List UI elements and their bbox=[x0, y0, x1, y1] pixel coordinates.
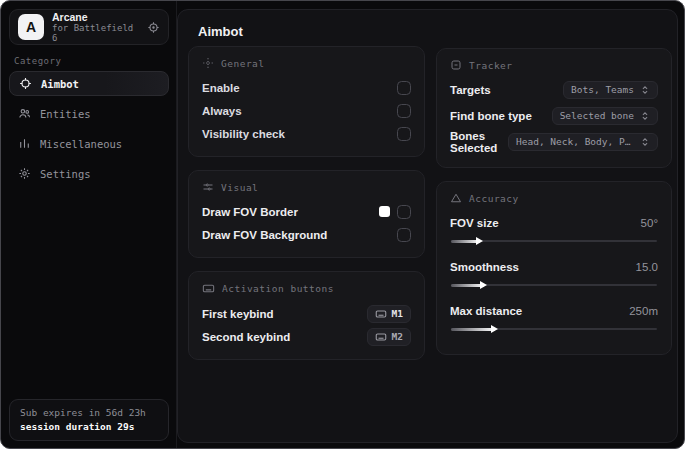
setting-row: Draw FOV Border bbox=[202, 200, 411, 223]
smoothness-value: 15.0 bbox=[636, 261, 658, 273]
visual-card: Visual Draw FOV Border Draw FOV Backgrou… bbox=[188, 170, 425, 258]
always-checkbox[interactable] bbox=[397, 104, 411, 118]
setting-label: Find bone type bbox=[450, 110, 532, 122]
slider-fill bbox=[451, 284, 484, 287]
main-panel: Aimbot General Enable Always bbox=[177, 9, 678, 443]
keybind-value: M2 bbox=[392, 331, 403, 342]
sidebar-item-entities[interactable]: Entities bbox=[9, 101, 169, 126]
sidebar-item-label: Entities bbox=[40, 108, 91, 120]
app-title: Arcane bbox=[52, 11, 139, 23]
app-window: A Arcane for Battlefield 6 Category Aimb… bbox=[0, 0, 685, 449]
sub-expiry-text: Sub expires in 56d 23h bbox=[20, 407, 158, 418]
dropdown-value: Bots, Teams bbox=[571, 84, 634, 95]
session-duration-text: session duration 29s bbox=[20, 421, 158, 432]
columns-icon bbox=[18, 137, 31, 150]
setting-row: Always bbox=[202, 99, 411, 122]
setting-row: Visibility check bbox=[202, 122, 411, 145]
fov-size-value: 50° bbox=[641, 217, 658, 229]
setting-row: Second keybind M2 bbox=[202, 325, 411, 348]
setting-label: Draw FOV Background bbox=[202, 229, 327, 241]
setting-row: FOV size 50° bbox=[450, 211, 658, 234]
sidebar-item-label: Miscellaneous bbox=[40, 138, 122, 150]
max-distance-value: 250m bbox=[629, 305, 658, 317]
setting-label: Second keybind bbox=[202, 331, 290, 343]
setting-row: Smoothness 15.0 bbox=[450, 255, 658, 278]
setting-label: Bones Selected bbox=[450, 130, 508, 154]
slider-fill bbox=[451, 240, 480, 243]
setting-row: Draw FOV Background bbox=[202, 223, 411, 246]
target-settings-icon[interactable] bbox=[147, 21, 160, 34]
fov-size-slider[interactable] bbox=[450, 236, 658, 246]
dropdown-value: Selected bone bbox=[560, 110, 634, 121]
setting-row: Bones Selected Head, Neck, Body, Pe... bbox=[450, 130, 658, 153]
left-column: General Enable Always Visibility check bbox=[188, 46, 425, 373]
smoothness-slider[interactable] bbox=[450, 280, 658, 290]
setting-label: Smoothness bbox=[450, 261, 519, 273]
sidebar-item-label: Aimbot bbox=[41, 78, 79, 90]
subscription-box: Sub expires in 56d 23h session duration … bbox=[9, 399, 169, 441]
sidebar: A Arcane for Battlefield 6 Category Aimb… bbox=[1, 1, 177, 448]
general-card: General Enable Always Visibility check bbox=[188, 46, 425, 157]
unfold-icon bbox=[640, 85, 650, 95]
max-distance-slider[interactable] bbox=[450, 324, 658, 334]
crosshair-icon bbox=[19, 77, 32, 90]
sliders-icon bbox=[202, 181, 214, 193]
slider-thumb[interactable] bbox=[476, 237, 483, 245]
setting-row: Targets Bots, Teams bbox=[450, 78, 658, 101]
sidebar-nav: Aimbot Entities Miscellaneous Settings bbox=[9, 71, 169, 186]
setting-label: Enable bbox=[202, 82, 240, 94]
minus-square-icon bbox=[450, 59, 462, 71]
unfold-icon bbox=[640, 111, 650, 121]
users-icon bbox=[18, 107, 31, 120]
sidebar-item-label: Settings bbox=[40, 168, 91, 180]
gear-icon bbox=[18, 167, 31, 180]
setting-label: First keybind bbox=[202, 308, 274, 320]
setting-row: First keybind M1 bbox=[202, 302, 411, 325]
sidebar-item-miscellaneous[interactable]: Miscellaneous bbox=[9, 131, 169, 156]
visibility-check-checkbox[interactable] bbox=[397, 127, 411, 141]
setting-row: Max distance 250m bbox=[450, 299, 658, 322]
second-keybind-button[interactable]: M2 bbox=[367, 328, 411, 346]
keybind-value: M1 bbox=[392, 308, 403, 319]
right-column: Tracker Targets Bots, Teams Find bone ty… bbox=[436, 48, 672, 368]
sidebar-item-settings[interactable]: Settings bbox=[9, 161, 169, 186]
logo-card: A Arcane for Battlefield 6 bbox=[9, 9, 169, 45]
tracker-card: Tracker Targets Bots, Teams Find bone ty… bbox=[436, 48, 672, 168]
category-label: Category bbox=[14, 56, 61, 66]
card-title: Tracker bbox=[469, 60, 513, 71]
enable-checkbox[interactable] bbox=[397, 81, 411, 95]
dropdown-value: Head, Neck, Body, Pe... bbox=[516, 136, 634, 147]
keyboard-icon bbox=[202, 282, 215, 295]
targets-dropdown[interactable]: Bots, Teams bbox=[563, 81, 658, 99]
draw-fov-background-checkbox[interactable] bbox=[397, 228, 411, 242]
activation-card: Activation buttons First keybind M1 Seco… bbox=[188, 271, 425, 360]
app-subtitle: for Battlefield 6 bbox=[52, 23, 139, 44]
keyboard-icon bbox=[375, 308, 387, 320]
find-bone-type-dropdown[interactable]: Selected bone bbox=[552, 107, 658, 125]
first-keybind-button[interactable]: M1 bbox=[367, 305, 411, 323]
app-logo: A bbox=[18, 14, 44, 40]
sidebar-item-aimbot[interactable]: Aimbot bbox=[9, 71, 169, 96]
keyboard-icon bbox=[375, 331, 387, 343]
draw-fov-border-checkbox[interactable] bbox=[397, 205, 411, 219]
card-title: Activation buttons bbox=[222, 283, 334, 294]
dotted-crosshair-icon bbox=[202, 57, 214, 69]
setting-label: FOV size bbox=[450, 217, 499, 229]
setting-label: Draw FOV Border bbox=[202, 206, 298, 218]
setting-row: Enable bbox=[202, 76, 411, 99]
card-title: Visual bbox=[221, 182, 258, 193]
slider-fill bbox=[451, 328, 495, 331]
setting-label: Max distance bbox=[450, 305, 522, 317]
card-title: Accuracy bbox=[469, 193, 519, 204]
unfold-icon bbox=[640, 137, 650, 147]
setting-label: Targets bbox=[450, 84, 491, 96]
fov-border-color-swatch[interactable] bbox=[379, 206, 390, 217]
slider-thumb[interactable] bbox=[480, 281, 487, 289]
page-title: Aimbot bbox=[198, 24, 243, 39]
card-title: General bbox=[221, 58, 265, 69]
bones-selected-dropdown[interactable]: Head, Neck, Body, Pe... bbox=[508, 133, 658, 151]
slider-thumb[interactable] bbox=[491, 325, 498, 333]
accuracy-card: Accuracy FOV size 50° Smoothness 15.0 bbox=[436, 181, 672, 355]
setting-row: Find bone type Selected bone bbox=[450, 104, 658, 127]
setting-label: Visibility check bbox=[202, 128, 285, 140]
